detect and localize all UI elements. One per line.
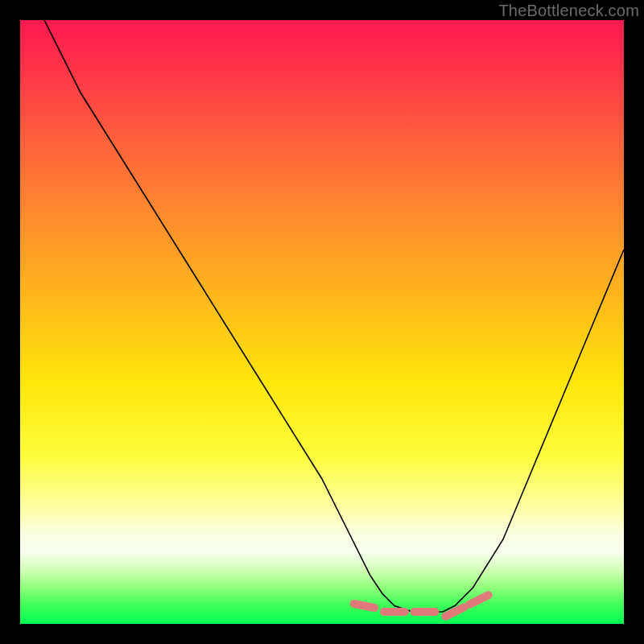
marker-capsule <box>469 595 488 605</box>
optimal-range-markers <box>354 595 489 617</box>
bottleneck-curve <box>44 20 624 612</box>
chart-frame: TheBottleneck.com <box>0 0 644 644</box>
marker-capsule <box>354 604 374 608</box>
chart-svg <box>20 20 624 624</box>
plot-area <box>20 20 624 624</box>
watermark-text: TheBottleneck.com <box>498 2 639 20</box>
